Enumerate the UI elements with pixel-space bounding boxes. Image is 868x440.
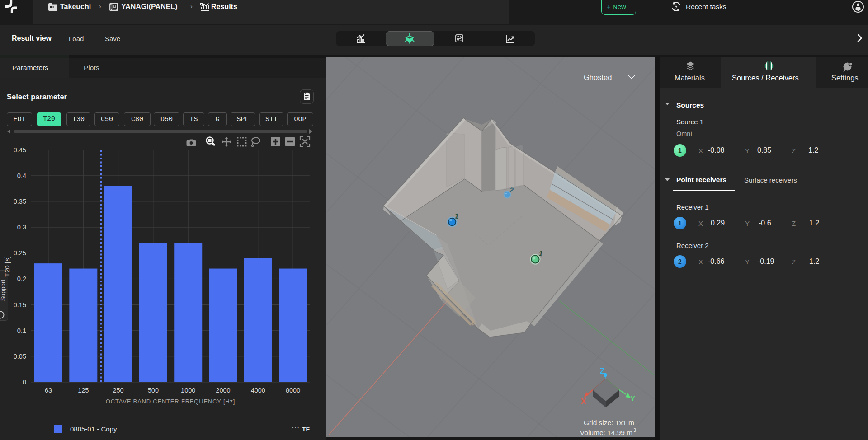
svg-text:X: X — [581, 397, 586, 406]
svg-text:8000: 8000 — [286, 387, 300, 394]
svg-text:0.45: 0.45 — [14, 146, 26, 154]
svg-text:500: 500 — [148, 387, 159, 394]
svg-text:2000: 2000 — [216, 387, 230, 394]
svg-text:0.1: 0.1 — [17, 327, 26, 334]
svg-text:250: 250 — [113, 387, 123, 394]
svg-text:Z: Z — [600, 367, 604, 375]
svg-text:Volume: 14.99 m: Volume: 14.99 m — [580, 429, 632, 436]
svg-text:Grid size: 1x1 m: Grid size: 1x1 m — [584, 419, 634, 426]
svg-text:0.35: 0.35 — [14, 198, 26, 205]
svg-text:1000: 1000 — [181, 387, 195, 394]
svg-text:0: 0 — [23, 379, 26, 386]
svg-text:0.3: 0.3 — [17, 224, 26, 231]
svg-text:Y: Y — [630, 394, 636, 403]
svg-text:0.25: 0.25 — [14, 249, 26, 257]
svg-text:3: 3 — [633, 427, 636, 433]
svg-text:T20 [s]: T20 [s] — [3, 256, 11, 277]
svg-text:0.05: 0.05 — [14, 353, 26, 360]
svg-text:63: 63 — [45, 387, 52, 394]
svg-text:125: 125 — [78, 387, 89, 394]
svg-text:OCTAVE BAND CENTER FREQUENCY [: OCTAVE BAND CENTER FREQUENCY [Hz] — [106, 398, 235, 405]
svg-text:0.4: 0.4 — [17, 172, 26, 179]
svg-text:0.2: 0.2 — [17, 275, 26, 282]
svg-text:Ghosted: Ghosted — [584, 73, 612, 81]
svg-text:0.15: 0.15 — [14, 301, 26, 309]
svg-text:4000: 4000 — [251, 387, 265, 394]
